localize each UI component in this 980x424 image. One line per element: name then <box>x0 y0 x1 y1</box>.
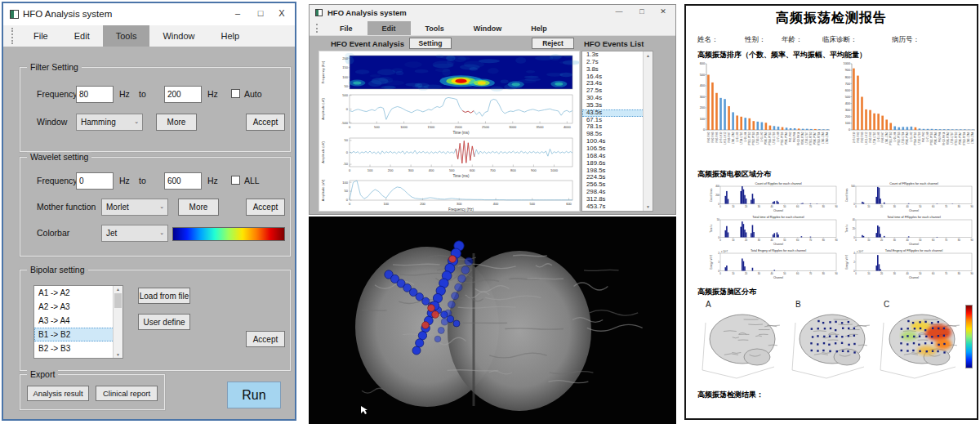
reject-button[interactable]: Reject <box>532 38 574 49</box>
svg-text:Time (ms): Time (ms) <box>452 131 470 135</box>
maximize-button[interactable]: □ <box>254 8 267 18</box>
window-select[interactable]: Hamming ⌄ <box>76 114 143 131</box>
filter-setting-legend: Filter Setting <box>27 62 82 72</box>
wavelet-freq-from-input[interactable]: 0 <box>76 172 114 190</box>
menu-edit[interactable]: Edit <box>61 25 103 47</box>
svg-text:30: 30 <box>758 239 761 242</box>
patient-info-field: 病历号： <box>892 35 920 45</box>
user-define-button[interactable]: User define <box>138 314 190 330</box>
svg-text:1000: 1000 <box>400 125 408 129</box>
report-brain-b <box>784 306 871 382</box>
svg-text:80: 80 <box>822 205 826 208</box>
hfo-events-listbox[interactable]: 1.3s2.7s3.8s16.4s23.4s27.5s30.4s35.3s43.… <box>581 51 653 212</box>
bipolar-list-item[interactable]: A3 -> A4 <box>34 314 122 328</box>
menu-help[interactable]: Help <box>516 21 562 35</box>
app-icon <box>10 10 19 19</box>
wavelet-more-button[interactable]: More <box>178 199 219 216</box>
minimize-button[interactable]: – <box>231 8 244 18</box>
svg-text:LH1-LH2: LH1-LH2 <box>910 132 913 141</box>
svg-text:LH7-LH8: LH7-LH8 <box>926 132 929 141</box>
menu-help[interactable]: Help <box>208 25 253 47</box>
svg-text:LTB3-LTB4: LTB3-LTB4 <box>756 132 760 144</box>
auto-checkbox[interactable] <box>231 89 240 98</box>
bipolar-setting-legend: Bipolar setting <box>27 265 88 274</box>
close-button[interactable]: X <box>275 8 288 18</box>
svg-text:80: 80 <box>822 272 826 275</box>
svg-text:Count of Ripples for each chan: Count of Ripples for each channel <box>755 182 801 185</box>
scroll-down-icon[interactable]: ▼ <box>644 204 653 209</box>
ripples-count-hist: Count of Ripples for each channel0200400… <box>709 181 840 212</box>
patient-info-row: 姓名：性别：年龄：临床诊断：病历号： <box>686 35 977 45</box>
run-button[interactable]: Run <box>227 382 281 408</box>
svg-text:10: 10 <box>867 239 871 242</box>
svg-text:200: 200 <box>420 202 425 206</box>
load-from-file-button[interactable]: Load from file <box>138 288 190 304</box>
app-icon <box>315 9 323 16</box>
svg-text:LTA1-LTA2: LTA1-LTA2 <box>885 132 889 144</box>
svg-text:Channel: Channel <box>909 209 919 212</box>
toolbar-grip[interactable] <box>316 24 320 33</box>
menu-window[interactable]: Window <box>149 25 207 47</box>
mother-function-select[interactable]: Morlet ⌄ <box>101 199 168 216</box>
bipolar-scrollbar[interactable]: ▲ ▼ <box>113 286 122 358</box>
menu-tools[interactable]: Tools <box>103 25 150 47</box>
svg-text:LTB4-LTB5: LTB4-LTB5 <box>873 132 876 144</box>
filter-accept-button[interactable]: Accept <box>246 114 285 131</box>
bipolar-list-item[interactable]: B1 -> B2 <box>34 328 122 341</box>
wavelet-accept-button[interactable]: Accept <box>246 199 285 216</box>
svg-text:PTB1-PTB2: PTB1-PTB2 <box>748 132 751 145</box>
scrollbar-thumb[interactable] <box>114 293 122 308</box>
bipolar-listbox[interactable]: A1 -> A2A2 -> A3A3 -> A4B1 -> B2B2 -> B3… <box>33 285 123 359</box>
filter-more-button[interactable]: More <box>156 114 197 131</box>
scroll-up-icon[interactable]: ▲ <box>114 287 122 292</box>
clinical-report-button[interactable]: Clinical report <box>96 386 158 401</box>
svg-text:40: 40 <box>906 205 910 208</box>
brain-3d-panel[interactable] <box>309 216 676 424</box>
svg-text:30: 30 <box>758 205 761 208</box>
svg-text:30: 30 <box>893 205 897 208</box>
menu-file[interactable]: File <box>325 21 368 35</box>
svg-text:LTB6-LTB7: LTB6-LTB7 <box>951 132 954 144</box>
wavelet-freq-to-input[interactable]: 600 <box>164 172 202 190</box>
close-button[interactable]: ✕ <box>657 7 669 16</box>
svg-text:Energy / uV^2: Energy / uV^2 <box>845 255 849 270</box>
bipolar-list-item[interactable]: A2 -> A3 <box>34 300 122 314</box>
menu-file[interactable]: File <box>20 25 61 47</box>
all-checkbox[interactable] <box>231 176 240 185</box>
svg-text:Time (ms): Time (ms) <box>452 174 470 178</box>
svg-text:LH3-LH4: LH3-LH4 <box>744 132 747 141</box>
svg-text:20: 20 <box>880 239 884 242</box>
colorbar-select[interactable]: Jet ⌄ <box>101 225 168 242</box>
filter-freq-from-input[interactable]: 80 <box>76 86 114 103</box>
svg-text:Total time of Ripples for each: Total time of Ripples for each channel <box>752 216 804 219</box>
svg-text:700: 700 <box>845 83 850 86</box>
scroll-down-icon[interactable]: ▼ <box>114 352 122 357</box>
events-scrollbar[interactable]: ▲ ▼ <box>643 51 653 211</box>
filter-freq-to-input[interactable]: 200 <box>164 86 202 103</box>
toolbar-grip[interactable] <box>11 28 16 44</box>
bipolar-accept-button[interactable]: Accept <box>246 331 285 347</box>
svg-text:200: 200 <box>388 168 394 172</box>
patient-info-field: 年龄： <box>782 35 803 45</box>
svg-text:Total time of FRipples for eac: Total time of FRipples for each channel <box>887 216 941 219</box>
menu-tools[interactable]: Tools <box>411 21 459 35</box>
svg-text:70: 70 <box>809 205 813 208</box>
analysis-result-button[interactable]: Analysis result <box>27 386 89 401</box>
spectrogram-plot: 50100150200Frequency (Hz) <box>319 53 579 92</box>
minimize-button[interactable]: — <box>613 7 625 16</box>
svg-text:80: 80 <box>958 205 961 208</box>
setting-button[interactable]: Setting <box>409 38 452 49</box>
bipolar-list-item[interactable]: A1 -> A2 <box>34 286 122 300</box>
svg-text:Channel: Channel <box>909 276 919 279</box>
svg-text:RH13-RH14: RH13-RH14 <box>942 132 946 145</box>
maximize-button[interactable]: □ <box>636 7 648 16</box>
scroll-up-icon[interactable]: ▲ <box>644 53 653 58</box>
svg-text:700: 700 <box>490 168 496 172</box>
svg-text:PTB4-PTB5: PTB4-PTB5 <box>768 132 772 145</box>
menu-edit[interactable]: Edit <box>368 21 411 35</box>
menu-window[interactable]: Window <box>459 21 516 35</box>
svg-text:RH1-RH2: RH1-RH2 <box>707 132 710 142</box>
svg-text:200: 200 <box>700 106 705 109</box>
svg-text:0: 0 <box>349 202 351 206</box>
bipolar-list-item[interactable]: B2 -> B3 <box>34 341 122 355</box>
